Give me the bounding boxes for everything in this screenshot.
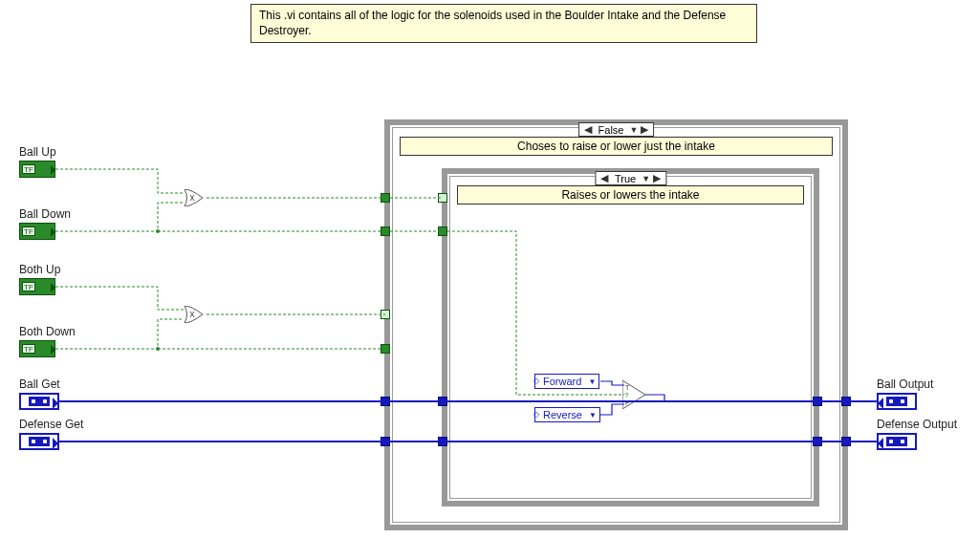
tunnel bbox=[813, 397, 822, 406]
defense-output-label: Defense Output bbox=[877, 418, 957, 431]
vi-description-comment: This .vi contains all of the logic for t… bbox=[250, 4, 757, 43]
ball-up-terminal[interactable]: TF bbox=[19, 161, 55, 178]
chevron-left-icon[interactable]: ◀ bbox=[598, 172, 611, 184]
ball-get-terminal[interactable] bbox=[19, 393, 59, 410]
tunnel bbox=[381, 226, 390, 236]
refnum-icon bbox=[886, 437, 907, 446]
both-down-label: Both Down bbox=[19, 325, 76, 338]
both-down-terminal[interactable]: TF bbox=[19, 340, 55, 357]
tf-icon: TF bbox=[22, 344, 35, 354]
inner-case-caption: Raises or lowers the intake bbox=[457, 185, 804, 205]
ball-down-terminal[interactable]: TF bbox=[19, 223, 55, 240]
defense-get-label: Defense Get bbox=[19, 418, 83, 431]
tunnel bbox=[841, 397, 851, 406]
chevron-right-icon[interactable]: ▶ bbox=[638, 123, 651, 136]
or-gate-1 bbox=[182, 189, 207, 206]
output-arrow-icon bbox=[53, 438, 58, 449]
tf-icon: TF bbox=[22, 226, 35, 236]
select-node: T F ? bbox=[622, 380, 645, 409]
tunnel bbox=[438, 397, 447, 406]
output-arrow-icon bbox=[51, 345, 55, 355]
ball-up-label: Ball Up bbox=[19, 145, 56, 159]
svg-point-3 bbox=[156, 229, 160, 233]
outer-case-caption: Choses to raise or lower just the intake bbox=[400, 137, 833, 156]
defense-get-terminal[interactable] bbox=[19, 433, 59, 450]
defense-output-terminal[interactable] bbox=[877, 433, 917, 450]
inner-case-structure[interactable]: ◀ True ▼ ▶ Raises or lowers the intake bbox=[442, 168, 819, 506]
outer-case-selector-tunnel bbox=[381, 310, 390, 319]
chevron-right-icon[interactable]: ▶ bbox=[650, 172, 664, 184]
vi-description-text: This .vi contains all of the logic for t… bbox=[259, 9, 726, 37]
enum-forward[interactable]: Forward bbox=[534, 374, 599, 389]
svg-point-4 bbox=[156, 347, 160, 351]
tunnel bbox=[381, 397, 390, 406]
tunnel bbox=[381, 193, 390, 203]
tunnel bbox=[438, 226, 447, 236]
outer-case-selector[interactable]: ◀ False ▼ ▶ bbox=[578, 122, 655, 137]
svg-text:?: ? bbox=[624, 391, 629, 399]
ball-output-label: Ball Output bbox=[877, 377, 933, 391]
inner-case-value: True bbox=[611, 173, 640, 184]
dropdown-icon[interactable]: ▼ bbox=[627, 125, 638, 135]
inner-case-selector-tunnel bbox=[438, 193, 447, 203]
both-up-terminal[interactable]: TF bbox=[19, 278, 55, 295]
tunnel bbox=[381, 344, 390, 354]
output-arrow-icon bbox=[51, 283, 55, 292]
output-arrow-icon bbox=[53, 398, 58, 409]
enum-reverse[interactable]: Reverse bbox=[534, 407, 600, 422]
refnum-icon bbox=[29, 397, 50, 406]
refnum-icon bbox=[29, 437, 50, 446]
ball-output-terminal[interactable] bbox=[877, 393, 917, 410]
outer-case-value: False bbox=[595, 124, 628, 136]
tf-icon: TF bbox=[22, 164, 35, 174]
tunnel bbox=[438, 437, 447, 446]
refnum-icon bbox=[886, 397, 907, 406]
or-gate-2 bbox=[182, 306, 207, 323]
ball-get-label: Ball Get bbox=[19, 377, 60, 391]
chevron-left-icon[interactable]: ◀ bbox=[581, 123, 595, 136]
tunnel bbox=[813, 437, 822, 446]
input-arrow-icon bbox=[878, 398, 883, 409]
dropdown-icon[interactable]: ▼ bbox=[640, 174, 650, 183]
output-arrow-icon bbox=[51, 227, 55, 237]
input-arrow-icon bbox=[878, 438, 883, 449]
svg-text:F: F bbox=[625, 399, 629, 406]
tunnel bbox=[381, 437, 390, 446]
both-up-label: Both Up bbox=[19, 263, 60, 276]
tf-icon: TF bbox=[22, 282, 35, 291]
inner-case-selector[interactable]: ◀ True ▼ ▶ bbox=[595, 171, 666, 185]
output-arrow-icon bbox=[51, 165, 55, 175]
svg-text:T: T bbox=[625, 384, 630, 391]
tunnel bbox=[841, 437, 851, 446]
ball-down-label: Ball Down bbox=[19, 207, 71, 221]
